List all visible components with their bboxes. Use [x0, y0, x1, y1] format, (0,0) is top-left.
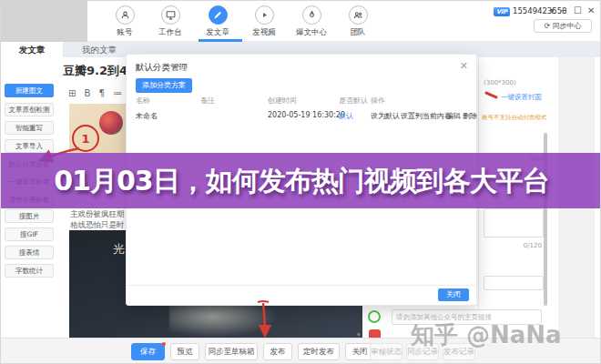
- team-icon: [349, 5, 368, 25]
- nav-item-account[interactable]: 账号: [104, 5, 146, 38]
- summary-char-counter: 0/120: [524, 242, 542, 249]
- flame-icon: [302, 5, 321, 25]
- col-header-note: 备注: [200, 96, 215, 106]
- sidebar-search-gif-button[interactable]: 搜GIF: [5, 228, 54, 241]
- caption-text: 01月03日，如何发布热门视频到各大平台: [1, 153, 601, 208]
- maximize-button[interactable]: ☐: [574, 5, 582, 15]
- cover-size-hint: (300*300): [484, 79, 516, 86]
- nav-label: 账号: [104, 27, 146, 38]
- col-header-default: 是否默认: [339, 96, 368, 106]
- modal-title: 默认分类管理: [136, 62, 188, 74]
- account-dropdown-caret-icon[interactable]: ▾: [550, 5, 555, 15]
- account-icon: [116, 5, 135, 25]
- play-icon: [255, 5, 274, 25]
- modal-close-button[interactable]: 关闭: [438, 288, 469, 301]
- nav-label: 发视频: [243, 27, 285, 38]
- sidebar-search-emoji-button[interactable]: 搜表情: [5, 246, 54, 259]
- app-window: 账号 工作台 发文章 发视频 爆文中心 团队 VIP 15549423558 ▾…: [0, 0, 601, 364]
- extra-input[interactable]: [484, 276, 544, 290]
- preview-button[interactable]: 预览: [170, 343, 199, 360]
- cell-name: 未命名: [136, 111, 158, 121]
- minimize-button[interactable]: ─: [561, 5, 566, 15]
- action-set-default[interactable]: 设为默认: [371, 111, 400, 121]
- window-corner-block: [1, 1, 87, 42]
- workbench-icon: [161, 5, 180, 25]
- nav-item-hot-center[interactable]: 爆文中心: [290, 5, 332, 38]
- cartoon-bird-decor: [99, 111, 123, 135]
- nav-item-workbench[interactable]: 工作台: [149, 5, 191, 38]
- schedule-publish-button[interactable]: 定时发布: [298, 343, 340, 360]
- sidebar-smart-rewrite-button[interactable]: 智能重写: [5, 121, 54, 135]
- modal-close-icon[interactable]: ✕: [460, 60, 468, 72]
- one-key-cover-link[interactable]: 一键设置封面: [501, 93, 542, 102]
- action-apply-current[interactable]: 设置到当前内容: [401, 111, 452, 121]
- account-phone[interactable]: 15549423558: [513, 6, 567, 15]
- sync-center-button[interactable]: ⟳ 同步中心: [534, 19, 592, 33]
- audit-status-button[interactable]: 审核状态: [370, 343, 402, 360]
- save-notification-dot: [162, 342, 166, 346]
- close-window-button[interactable]: ✕: [587, 5, 595, 15]
- cell-created: 2020-05-19 16:30:29: [268, 111, 345, 119]
- action-edit[interactable]: 编辑: [446, 111, 461, 121]
- add-category-plan-button[interactable]: 添加分类方案: [136, 78, 192, 93]
- modal-footer: 关闭: [127, 285, 476, 305]
- sidebar-originality-check-button[interactable]: 文章原创检测: [5, 103, 54, 116]
- editor-toolbar-icons[interactable]: ⊞ B ¶ ≔ ☰ —: [68, 88, 127, 101]
- vip-badge: VIP: [494, 7, 510, 16]
- tab-my-articles[interactable]: 我的文章: [63, 42, 136, 57]
- wechat-platform-icon: [368, 310, 381, 323]
- cover-warning-text: 账号不支持自动封面模式: [482, 114, 547, 122]
- sidebar-article-import-button[interactable]: 文章导入: [5, 139, 54, 153]
- nav-item-publish-article[interactable]: 发文章: [197, 5, 239, 38]
- zhihu-watermark: 知乎 @NaNa: [411, 319, 562, 351]
- editor-body-line: 主戏份被疯狂期: [70, 209, 125, 220]
- nav-label: 发文章: [197, 27, 239, 38]
- cell-default-badge: 默认: [339, 111, 353, 121]
- action-delete[interactable]: 删除: [463, 111, 477, 121]
- nav-label: 团队: [337, 27, 379, 38]
- nav-label: 爆文中心: [290, 27, 332, 38]
- col-header-actions: 操作: [371, 96, 385, 106]
- publish-button[interactable]: 发布: [263, 343, 292, 360]
- nav-item-team[interactable]: 团队: [337, 5, 379, 38]
- summary-textarea[interactable]: [484, 208, 544, 238]
- sidebar-new-article-button[interactable]: 新建图文: [5, 84, 54, 97]
- tab-publish-article[interactable]: 发文章: [1, 42, 63, 57]
- nav-label: 工作台: [149, 27, 191, 38]
- sidebar-word-count-button[interactable]: 字数统计: [5, 264, 54, 278]
- save-button[interactable]: 保存: [131, 343, 165, 360]
- sync-draft-button[interactable]: 同步至草稿箱: [205, 343, 258, 360]
- red-slash-decor: [484, 91, 498, 99]
- poster-glyph: 光: [113, 241, 125, 258]
- sidebar-search-image-button[interactable]: 搜图片: [5, 209, 54, 223]
- col-header-created: 创建时间: [268, 96, 297, 106]
- pencil-icon: [209, 5, 228, 25]
- nav-item-publish-video[interactable]: 发视频: [243, 5, 285, 38]
- annotation-step-circle: 1: [72, 125, 99, 152]
- col-header-name: 名称: [136, 96, 150, 106]
